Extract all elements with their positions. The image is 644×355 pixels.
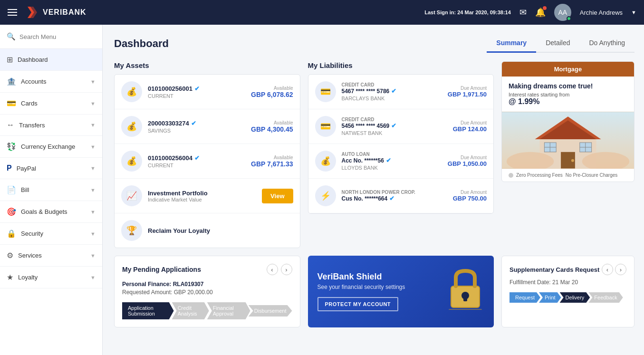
sidebar-item-services[interactable]: ⚙ Services ▼: [0, 245, 102, 267]
liability-type-4: NORTH LONDON POWER CROP.: [342, 190, 447, 195]
sidebar-item-loyalty[interactable]: ★ Loyalty ▼: [0, 267, 102, 288]
liability-info-3: AUTO LOAN Acc No. ******56 ✔ LLOYDS BANK: [342, 152, 442, 171]
asset-amount-area-3: Available GBP 7,671.33: [251, 155, 293, 168]
loyalty-icon: ★: [7, 273, 13, 282]
supp-next-button[interactable]: ›: [615, 264, 626, 275]
liability-item-1: 💳 CREDIT CARD 5467 **** **** 5786 ✔ BARC…: [308, 75, 494, 109]
status-pipeline: Request Print Delivery Feedback: [509, 292, 626, 303]
chevron-down-icon: ▼: [90, 209, 96, 215]
sidebar-item-label: Cards: [21, 100, 38, 107]
sidebar-item-bill[interactable]: 📄 Bill ▼: [0, 179, 102, 201]
sidebar-item-security[interactable]: 🔒 Security ▼: [0, 223, 102, 245]
shield-card: VeriBank Shield See your financial secur…: [308, 256, 494, 327]
tab-summary[interactable]: Summary: [487, 34, 536, 53]
sidebar-item-accounts[interactable]: 🏦 Accounts ▼: [0, 71, 102, 93]
sidebar-item-label: Security: [21, 230, 43, 237]
liabilities-card: 💳 CREDIT CARD 5467 **** **** 5786 ✔ BARC…: [308, 74, 494, 214]
search-menu[interactable]: 🔍: [0, 25, 102, 49]
pipeline-step-3: Financial Approval: [207, 302, 250, 319]
shield-title: VeriBank Shield: [317, 272, 437, 282]
pending-next-button[interactable]: ›: [281, 264, 292, 275]
liabilities-title: My Liabilities: [308, 61, 494, 69]
investment-icon: 📈: [121, 185, 142, 206]
asset-account-1: 0101000256001 ✔: [148, 85, 245, 92]
liability-item-3: 💰 AUTO LOAN Acc No. ******56 ✔ LLOYDS BA…: [308, 144, 494, 179]
asset-info-1: 0101000256001 ✔ CURRENT: [148, 85, 245, 99]
liabilities-section: My Liabilities 💳 CREDIT CARD 5467 **** *…: [308, 61, 494, 248]
pending-prev-button[interactable]: ‹: [267, 264, 278, 275]
verified-icon-2: ✔: [191, 120, 196, 127]
topnav: VERIBANK Last Sign in: 24 Mar 2020, 09:3…: [0, 0, 644, 25]
pending-card: My Pending Applications ‹ › Personal Fin…: [114, 256, 300, 327]
paypal-icon: P: [7, 164, 12, 173]
asset-amount-1: GBP 6,078.62: [251, 91, 293, 98]
sidebar-item-transfers[interactable]: ↔ Transfers ▼: [0, 115, 102, 136]
page-title: Dashboard: [114, 38, 169, 50]
accounts-icon: 🏦: [7, 77, 16, 86]
investment-info: Investment Portfolio Indicative Market V…: [148, 190, 256, 202]
asset-item-2: 💰 200003303274 ✔ SAVINGS Available GBP 4…: [115, 109, 300, 144]
protect-button[interactable]: PROTECT MY ACCOUNT: [317, 297, 399, 311]
chevron-down-icon: ▼: [90, 101, 96, 106]
liability-amount-3: GBP 1,050.00: [448, 160, 487, 167]
asset-available-2: Available: [251, 120, 293, 125]
shield-lock-icon: [446, 267, 484, 317]
sidebar-item-goals[interactable]: 🎯 Goals & Budgets ▼: [0, 201, 102, 223]
sidebar-item-label: Accounts: [21, 78, 46, 85]
chevron-down-icon: ▼: [90, 275, 96, 280]
sidebar-item-currency[interactable]: 💱 Currency Exchange ▼: [0, 136, 102, 158]
tab-do-anything[interactable]: Do Anything: [580, 34, 635, 53]
sidebar-item-label: Currency Exchange: [21, 143, 75, 150]
asset-amount-area-1: Available GBP 6,078.62: [251, 86, 293, 98]
asset-amount-3: GBP 7,671.33: [251, 160, 293, 168]
liability-due-label-2: Due Amount: [453, 120, 487, 125]
liability-icon-1: 💳: [315, 81, 336, 102]
chevron-down-icon: ▼: [90, 187, 96, 193]
avatar[interactable]: AA: [554, 4, 571, 21]
notifications-icon[interactable]: 🔔: [535, 7, 546, 18]
pending-header: My Pending Applications ‹ ›: [122, 264, 292, 275]
mail-icon[interactable]: ✉: [519, 7, 527, 18]
asset-account-3: 0101000256004 ✔: [148, 154, 245, 162]
status-step-request: Request: [509, 292, 540, 303]
assets-card: 💰 0101000256001 ✔ CURRENT Available GBP …: [114, 74, 300, 248]
right-panel: Mortgage Making dreams come true! Intere…: [501, 61, 634, 248]
mortgage-footer: Zero Processing Fees No Pre-Closure Char…: [502, 169, 634, 182]
assets-title: My Assets: [114, 61, 300, 69]
liability-item-2: 💳 CREDIT CARD 5456 **** **** 4569 ✔ NATW…: [308, 109, 494, 144]
supp-prev-button[interactable]: ‹: [602, 264, 613, 275]
asset-type-3: CURRENT: [148, 163, 245, 168]
chevron-down-icon: ▼: [90, 79, 96, 85]
asset-type-2: SAVINGS: [148, 128, 245, 134]
pending-title: My Pending Applications: [122, 266, 201, 273]
sidebar-item-label: Dashboard: [18, 56, 48, 63]
sidebar-item-paypal[interactable]: P PayPal ▼: [0, 158, 102, 179]
tab-detailed[interactable]: Detailed: [536, 34, 579, 53]
asset-info-3: 0101000256004 ✔ CURRENT: [148, 154, 245, 168]
mortgage-rate: @ 1.99%: [509, 97, 627, 106]
status-step-delivery: Delivery: [560, 292, 590, 303]
liability-type-3: AUTO LOAN: [342, 152, 442, 157]
hamburger-menu[interactable]: [8, 9, 17, 16]
liability-amount-4: GBP 750.00: [453, 195, 487, 202]
services-icon: ⚙: [7, 251, 13, 260]
sidebar-item-cards[interactable]: 💳 Cards ▼: [0, 93, 102, 115]
account-icon-2: 💰: [121, 116, 142, 137]
last-signin: Last Sign in: 24 Mar 2020, 09:38:14: [424, 10, 511, 15]
sidebar-item-dashboard[interactable]: ⊞ Dashboard: [0, 49, 102, 71]
view-investment-button[interactable]: View: [262, 189, 293, 203]
verified-icon-3: ✔: [194, 154, 200, 162]
liability-item-4: ⚡ NORTH LONDON POWER CROP. Cus No. *****…: [308, 179, 494, 213]
search-input[interactable]: [19, 33, 96, 40]
chevron-down-icon: ▼: [90, 253, 96, 259]
user-name[interactable]: Archie Andrews: [580, 9, 623, 16]
pending-amount: Requested Amount: GBP 20,000.00: [122, 289, 292, 296]
user-dropdown-icon[interactable]: ▼: [631, 10, 636, 15]
svg-rect-19: [449, 309, 482, 310]
verified-icon-l2: ✔: [391, 122, 396, 129]
shield-subtitle: See your financial security settings: [317, 284, 437, 290]
liability-icon-4: ⚡: [315, 185, 336, 206]
chevron-down-icon: ▼: [90, 231, 96, 237]
liability-amount-1: GBP 1,971.50: [448, 91, 487, 98]
investment-title: Investment Portfolio: [148, 190, 256, 197]
